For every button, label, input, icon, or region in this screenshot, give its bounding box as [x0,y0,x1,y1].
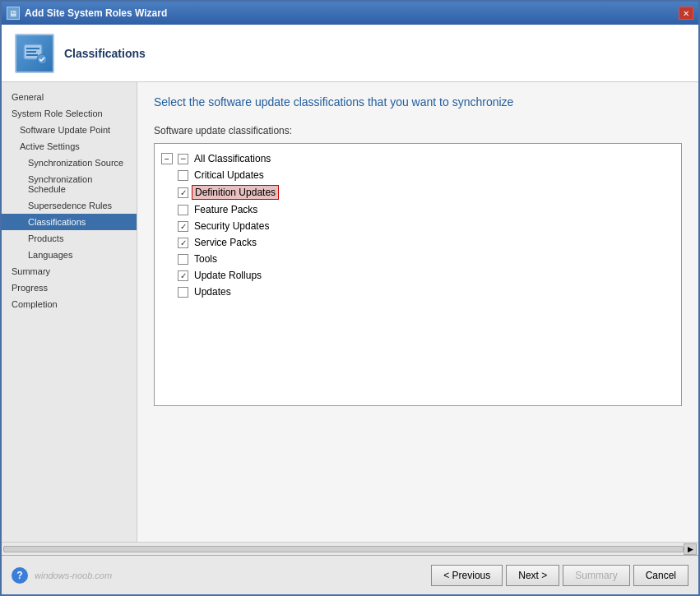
tree-label-all-classifications[interactable]: All Classifications [192,152,273,165]
watermark: windows-noob.com [35,571,112,580]
checkbox-definition-updates[interactable] [178,187,188,198]
tree-toggle-root[interactable]: − [161,153,173,164]
footer-area: ? windows-noob.com < Previous Next > Sum… [2,555,698,594]
checkbox-critical-updates[interactable] [178,170,188,181]
scrollbar-right-arrow[interactable]: ▶ [684,543,697,555]
wizard-header: Classifications [2,25,698,82]
sidebar: General System Role Selection Software U… [2,82,137,542]
tree-item-critical-updates[interactable]: Critical Updates [178,167,675,183]
close-button[interactable]: ✕ [679,7,693,20]
next-button[interactable]: Next > [506,565,559,586]
tree-item-definition-updates[interactable]: Definition Updates [178,183,675,201]
cancel-button[interactable]: Cancel [633,565,688,586]
svg-rect-1 [26,48,39,49]
summary-button[interactable]: Summary [563,565,629,586]
sidebar-item-progress[interactable]: Progress [2,280,137,296]
tree-label-tools[interactable]: Tools [192,252,220,266]
sidebar-item-system-role[interactable]: System Role Selection [2,105,137,122]
checkbox-service-packs[interactable] [178,238,188,248]
sidebar-item-general[interactable]: General [2,89,137,105]
window-icon: 🖥 [7,7,20,20]
checkbox-tools[interactable] [178,254,188,265]
header-title: Classifications [64,47,146,60]
tree-item-root[interactable]: − All Classifications [161,150,675,167]
tree-label-critical-updates[interactable]: Critical Updates [192,169,267,182]
checkbox-update-rollups[interactable] [178,270,188,281]
checkbox-all-classifications[interactable] [178,154,188,164]
checkbox-security-updates[interactable] [178,221,188,232]
tree-label-service-packs[interactable]: Service Packs [192,236,259,249]
sidebar-item-summary[interactable]: Summary [2,263,137,280]
scrollbar-track[interactable] [3,546,684,552]
footer-left: ? windows-noob.com [12,567,112,584]
tree-item-updates[interactable]: Updates [178,284,675,300]
classifications-label: Software update classifications: [154,125,682,136]
sidebar-item-sync-schedule[interactable]: Synchronization Schedule [2,171,137,197]
checkbox-feature-packs[interactable] [178,205,188,215]
sidebar-item-active-settings[interactable]: Active Settings [2,138,137,155]
header-icon [15,34,54,73]
svg-rect-2 [26,51,36,53]
previous-button[interactable]: < Previous [431,565,503,586]
sidebar-item-products[interactable]: Products [2,230,137,247]
classifications-box[interactable]: − All Classifications Critical Updates D… [154,143,682,406]
tree-item-tools[interactable]: Tools [178,251,675,267]
sidebar-item-software-update-point[interactable]: Software Update Point [2,122,137,138]
window-title: Add Site System Roles Wizard [25,7,167,19]
scrollbar-area: ▶ [2,542,698,555]
title-bar: 🖥 Add Site System Roles Wizard ✕ [2,2,698,25]
content-area: Select the software update classificatio… [137,82,698,542]
tree-item-update-rollups[interactable]: Update Rollups [178,267,675,284]
sidebar-item-classifications[interactable]: Classifications [2,214,137,230]
help-button[interactable]: ? [12,567,28,584]
tree-item-service-packs[interactable]: Service Packs [178,234,675,251]
tree-label-definition-updates[interactable]: Definition Updates [192,185,279,200]
tree-item-feature-packs[interactable]: Feature Packs [178,201,675,218]
tree-item-security-updates[interactable]: Security Updates [178,218,675,234]
tree-label-security-updates[interactable]: Security Updates [192,219,271,233]
sidebar-item-completion[interactable]: Completion [2,296,137,312]
checkbox-updates[interactable] [178,287,188,298]
footer-buttons: < Previous Next > Summary Cancel [431,565,688,586]
svg-rect-3 [26,54,38,56]
sidebar-item-supersedence-rules[interactable]: Supersedence Rules [2,197,137,214]
sidebar-item-sync-source[interactable]: Synchronization Source [2,155,137,171]
main-content: General System Role Selection Software U… [2,82,698,542]
tree-label-feature-packs[interactable]: Feature Packs [192,203,260,216]
tree-label-updates[interactable]: Updates [192,285,234,298]
tree-label-update-rollups[interactable]: Update Rollups [192,269,264,282]
content-title: Select the software update classificatio… [154,95,682,109]
sidebar-item-languages[interactable]: Languages [2,247,137,263]
wizard-window: 🖥 Add Site System Roles Wizard ✕ Classif… [0,0,700,596]
